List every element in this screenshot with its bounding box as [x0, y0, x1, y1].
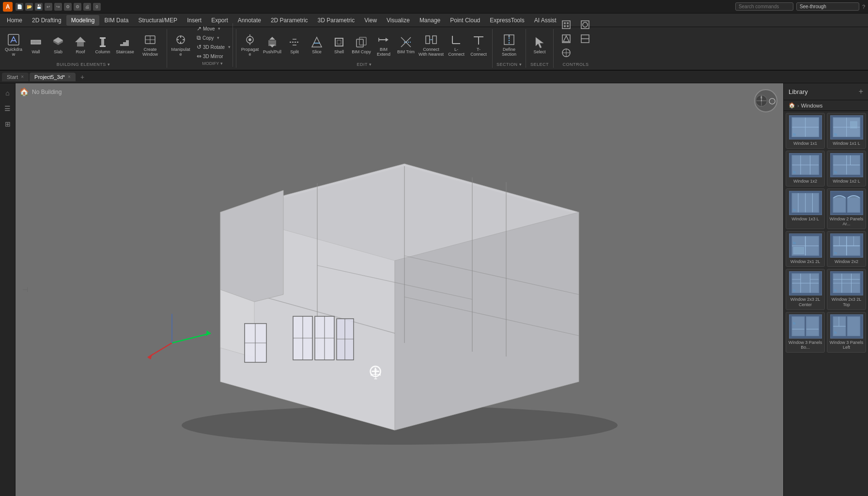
manipulate-label: Manipulate	[171, 47, 190, 57]
push-pull-button[interactable]: Push/Pull	[262, 34, 283, 56]
library-item-win-1x1l[interactable]: fx Window 1x1 L	[827, 113, 866, 149]
sidebar-panels-icon[interactable]: ⊞	[2, 118, 14, 130]
menu-express-tools[interactable]: ExpressTools	[485, 15, 529, 26]
manipulate-button[interactable]: Manipulate	[170, 31, 191, 59]
l-connect-button[interactable]: L-Connect	[446, 31, 467, 59]
slab-button[interactable]: Slab	[47, 34, 69, 56]
left-resize-handle[interactable]: ⊣	[22, 286, 28, 294]
library-item-win-1x2l[interactable]: fx Window 1x2 L	[827, 151, 866, 186]
new-icon[interactable]: 📄	[16, 3, 23, 11]
bim-copy-label: BIM Copy	[352, 50, 371, 55]
bim-copy-button[interactable]: BIM Copy	[351, 34, 372, 56]
library-item-win-2x1-2l[interactable]: fx Window 2x1 2L	[786, 231, 825, 267]
3d-mirror-button[interactable]: ⇔ 3D Mirror	[194, 52, 226, 61]
3d-mirror-label: 3D Mirror	[203, 54, 223, 59]
quickdraw-button[interactable]: Quickdraw	[3, 31, 24, 59]
redo-icon[interactable]: ↪	[54, 3, 62, 11]
connect-nearest-button[interactable]: Connect With Nearest	[418, 31, 445, 59]
slice-button[interactable]: Slice	[306, 34, 327, 56]
bim-trim-button[interactable]: BIM Trim	[395, 34, 417, 56]
move-row: ↗ Move ▾	[194, 24, 231, 33]
control-btn-3[interactable]	[558, 32, 575, 45]
library-item-win-2x2[interactable]: fx Window 2x2	[827, 231, 866, 267]
menu-2d-drafting[interactable]: 2D Drafting	[27, 15, 66, 26]
menu-point-cloud[interactable]: Point Cloud	[445, 15, 485, 26]
menu-view[interactable]: View	[359, 15, 382, 26]
rotate-row: ↺ 3D Rotate ▾	[194, 43, 231, 51]
tab-add-button[interactable]: +	[77, 72, 88, 82]
create-window-button[interactable]: Create Window	[137, 31, 164, 59]
svg-rect-157	[806, 317, 819, 336]
command-search[interactable]	[735, 2, 793, 11]
control-btn-1[interactable]	[558, 18, 575, 31]
library-item-win-2x3-center[interactable]: fx Window 2x3 2L Center	[786, 269, 825, 310]
menu-annotate[interactable]: Annotate	[233, 15, 266, 26]
building-elements-label: BUILDING ELEMENTS ▾	[57, 62, 110, 67]
roof-button[interactable]: Roof	[70, 34, 91, 56]
propagate-button[interactable]: Propagate	[239, 31, 261, 59]
tab-start-close[interactable]: ×	[21, 74, 24, 79]
rotate-options-icon[interactable]: ▾	[228, 45, 231, 49]
menu-manage[interactable]: Manage	[415, 15, 445, 26]
menu-bim-data[interactable]: BIM Data	[99, 15, 133, 26]
edit-items: Propagate Push/Pull Split Slice	[239, 30, 489, 60]
tab-project5[interactable]: Project5_3d* ×	[30, 73, 76, 81]
save-icon[interactable]: 💾	[35, 3, 43, 11]
3d-rotate-button[interactable]: ↺ 3D Rotate	[194, 43, 227, 51]
undo-icon[interactable]: ↩	[45, 3, 52, 11]
library-home-icon[interactable]: 🏠	[789, 102, 795, 108]
menu-visualize[interactable]: Visualize	[382, 15, 415, 26]
move-options-icon[interactable]: ▾	[218, 26, 220, 31]
control-btn-2[interactable]	[576, 18, 594, 31]
view-mode-dropdown[interactable]: See-through	[796, 2, 859, 11]
define-section-button[interactable]: Define Section	[496, 31, 523, 59]
settings-icon[interactable]: ⚙	[64, 3, 72, 11]
connect-nearest-label: Connect With Nearest	[418, 47, 444, 57]
sidebar-home-icon[interactable]: ⌂	[2, 87, 14, 99]
library-item-win-1x1[interactable]: fx Window 1x1	[786, 113, 825, 149]
column-button[interactable]: Column	[92, 34, 113, 56]
viewport[interactable]: 🏠 No Building	[16, 83, 783, 496]
menu-3d-parametric[interactable]: 3D Parametric	[313, 15, 360, 26]
help-button[interactable]: ?	[862, 4, 865, 10]
library-item-win-1x3l[interactable]: fx Window 1x3 L	[786, 188, 825, 230]
tab-project5-close[interactable]: ×	[68, 74, 71, 79]
window-3panels-left-preview: fx	[830, 314, 863, 339]
window-2x3-center-label: Window 2x3 2L Center	[788, 297, 822, 308]
bim-extend-button[interactable]: BIM Extend	[373, 31, 394, 59]
sidebar-layers-icon[interactable]: ☰	[2, 103, 14, 114]
copy-options-icon[interactable]: ▾	[217, 35, 219, 40]
library-item-win-2panels[interactable]: Window 2 Panels Ar...	[827, 188, 866, 230]
library-item-win-3panels-left[interactable]: fx Window 3 Panels Left	[827, 312, 866, 353]
open-icon[interactable]: 📂	[25, 3, 33, 11]
control-btn-4[interactable]	[576, 32, 594, 45]
controls-group: CONTROLS	[554, 29, 598, 68]
staircase-button[interactable]: Staircase	[114, 34, 136, 56]
t-connect-button[interactable]: T-Connect	[468, 31, 489, 59]
settings2-icon[interactable]: ⚙	[74, 3, 81, 11]
library-item-win-3panels-bottom[interactable]: fx Window 3 Panels Bo...	[786, 312, 825, 353]
menu-home[interactable]: Home	[2, 15, 27, 26]
split-button[interactable]: Split	[284, 34, 305, 56]
wall-button[interactable]: Wall	[25, 34, 46, 56]
shell-label: Shell	[334, 50, 344, 55]
shell-icon	[332, 35, 346, 49]
library-item-win-1x2[interactable]: fx Window 1x2	[786, 151, 825, 186]
library-current-category[interactable]: Windows	[801, 103, 823, 108]
menu-2d-parametric[interactable]: 2D Parametric	[266, 15, 313, 26]
library-item-win-2x3-top[interactable]: fx Window 2x3 2L Top	[827, 269, 866, 310]
svg-rect-41	[426, 36, 430, 44]
library-add-button[interactable]: +	[859, 87, 863, 96]
window-3panels-bottom-label: Window 3 Panels Bo...	[788, 340, 822, 351]
control-btn-5[interactable]	[558, 46, 575, 59]
move-button[interactable]: ↗ Move	[194, 24, 217, 33]
svg-text:fx: fx	[793, 322, 796, 325]
select-button[interactable]: Select	[529, 34, 550, 56]
copy-button[interactable]: ⧉ Copy	[194, 33, 216, 42]
print-icon[interactable]: 🖨	[83, 3, 91, 11]
modify-label: MODIFY ▾	[194, 61, 231, 66]
menu-modeling[interactable]: Modeling	[66, 15, 100, 26]
tab-start[interactable]: Start ×	[2, 73, 29, 81]
window-2x1-2l-label: Window 2x1 2L	[790, 259, 821, 264]
shell-button[interactable]: Shell	[328, 34, 350, 56]
